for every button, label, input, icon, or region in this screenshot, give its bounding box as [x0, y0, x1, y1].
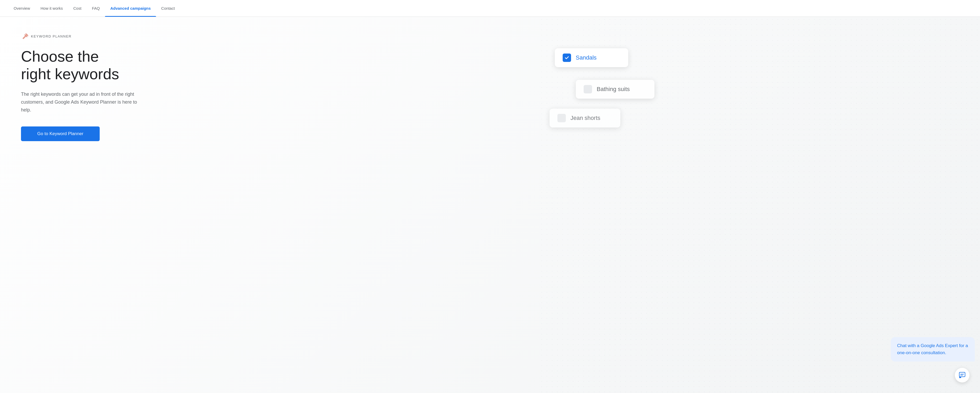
right-panel: Sandals Bathing suits Jean shorts Chat w… — [539, 17, 980, 393]
checkbox-jean[interactable] — [557, 114, 566, 122]
hero-description: The right keywords can get your ad in fr… — [21, 91, 147, 114]
checkmark-icon — [565, 56, 569, 60]
checkbox-sandals[interactable] — [563, 54, 571, 62]
main-content: KEYWORD PLANNER Choose the right keyword… — [0, 17, 980, 393]
section-label-text: KEYWORD PLANNER — [31, 34, 72, 38]
nav-advanced-campaigns[interactable]: Advanced campaigns — [105, 0, 156, 17]
keyword-card-bathing: Bathing suits — [576, 80, 654, 99]
left-panel: KEYWORD PLANNER Choose the right keyword… — [0, 17, 539, 393]
keyword-jean-label: Jean shorts — [571, 115, 600, 121]
nav-faq[interactable]: FAQ — [87, 0, 105, 17]
navigation: Overview How it works Cost FAQ Advanced … — [0, 0, 980, 17]
section-label: KEYWORD PLANNER — [21, 33, 523, 40]
keyword-card-jean: Jean shorts — [550, 108, 620, 127]
keyword-card-sandals: Sandals — [555, 48, 628, 67]
svg-rect-0 — [959, 372, 965, 377]
chat-bubble: Chat with a Google Ads Expert for a one-… — [891, 337, 975, 361]
keyword-sandals-label: Sandals — [576, 54, 597, 61]
hero-headline: Choose the right keywords — [21, 48, 168, 83]
checkbox-bathing[interactable] — [584, 85, 592, 93]
cta-button[interactable]: Go to Keyword Planner — [21, 126, 100, 141]
wrench-icon — [21, 33, 28, 40]
keyword-cards: Sandals Bathing suits Jean shorts Chat w… — [539, 38, 980, 393]
nav-contact[interactable]: Contact — [156, 0, 180, 17]
nav-how-it-works[interactable]: How it works — [35, 0, 68, 17]
chat-icon-button[interactable] — [955, 368, 969, 382]
nav-cost[interactable]: Cost — [68, 0, 87, 17]
chat-bubble-text: Chat with a Google Ads Expert for a one-… — [897, 343, 968, 355]
nav-overview[interactable]: Overview — [8, 0, 35, 17]
keyword-bathing-label: Bathing suits — [597, 86, 630, 92]
chat-icon — [958, 371, 966, 379]
